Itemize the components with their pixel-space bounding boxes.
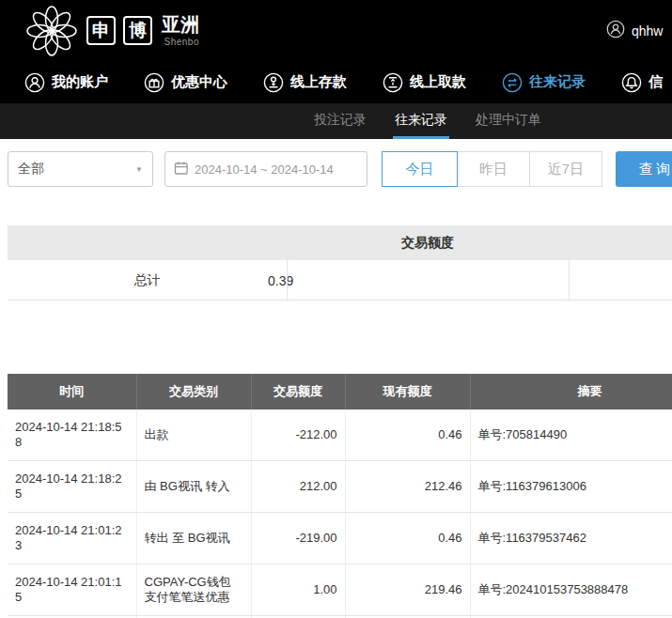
table-row: 2024-10-14 21:01:23 转出 至 BG视讯 -219.00 0.…: [8, 513, 672, 564]
user-avatar-icon: [606, 20, 625, 41]
tab-processing-orders[interactable]: 处理中订单: [474, 103, 543, 139]
cell-balance: 0.46: [345, 409, 470, 461]
username: qhhw: [632, 23, 663, 39]
cell-type: 出款: [136, 409, 251, 461]
nav-label: 往来记录: [529, 73, 586, 91]
date-range-value: 2024-10-14 ~ 2024-10-14: [195, 162, 334, 177]
page: 申 博 亚洲 Shenbo qhhw: [0, 0, 672, 618]
nav-label: 信: [649, 73, 663, 91]
cell-balance: 212.46: [345, 461, 470, 513]
cell-summary: 单号:705814490: [470, 409, 672, 461]
gift-icon: [144, 72, 164, 93]
cell-amount: -219.00: [251, 513, 345, 564]
nav-label: 线上取款: [410, 73, 466, 91]
top-header: 申 博 亚洲 Shenbo qhhw: [0, 0, 672, 61]
divider: [287, 260, 288, 301]
cell-amount: -212.00: [251, 409, 345, 461]
cell-summary: 单号:202410153753888478: [470, 564, 672, 616]
account-menu[interactable]: qhhw: [606, 0, 663, 61]
date-range-input[interactable]: 2024-10-14 ~ 2024-10-14: [164, 151, 367, 187]
tab-transaction-records[interactable]: 往来记录: [393, 103, 449, 139]
quick-date-buttons: 今日 昨日 近7日: [382, 151, 602, 187]
transfer-records-icon: [502, 72, 523, 93]
cell-time: 2024-10-14 21:01:15: [8, 564, 136, 616]
cell-amount: 212.00: [251, 461, 345, 513]
logo-region-text: 亚洲: [162, 14, 199, 35]
logo-subtitle: Shenbo: [162, 37, 199, 47]
calendar-icon: [174, 161, 188, 178]
logo-region-block: 亚洲 Shenbo: [162, 14, 199, 47]
nav-item-my-account[interactable]: 我的账户: [24, 72, 108, 93]
cell-time: 2024-10-14 21:01:23: [8, 513, 136, 564]
user-icon: [24, 72, 45, 93]
summary-total-value: 0.39: [268, 260, 293, 301]
summary-total-label: 总计: [8, 260, 287, 301]
cell-type: 转出 至 BG视讯: [136, 513, 251, 564]
nav-item-deposit[interactable]: 线上存款: [263, 72, 347, 93]
tab-label: 处理中订单: [476, 112, 541, 129]
table-row: 2024-10-14 21:18:25 由 BG视讯 转入 212.00 212…: [8, 461, 672, 513]
nav-label: 线上存款: [290, 73, 347, 91]
tab-label: 往来记录: [395, 112, 447, 129]
nav-item-transaction-records[interactable]: 往来记录: [502, 72, 586, 93]
yesterday-button[interactable]: 昨日: [457, 151, 530, 187]
cell-summary: 单号:116379613006: [470, 461, 672, 513]
logo-char-box-1: 申: [86, 16, 116, 45]
last7days-button[interactable]: 近7日: [529, 151, 602, 187]
table-row: 2024-10-14 21:18:58 出款 -212.00 0.46 单号:7…: [8, 409, 672, 461]
type-select-value: 全部: [18, 161, 44, 178]
cell-time: 2024-10-14 21:18:58: [8, 409, 136, 461]
table-row: 2024-10-14 21:01:15 CGPAY-CG钱包支付笔笔送优惠 1.…: [8, 564, 672, 616]
nav-item-withdraw[interactable]: 线上取款: [383, 72, 466, 93]
search-button[interactable]: 查询: [616, 151, 672, 187]
nav-item-promotions[interactable]: 优惠中心: [144, 72, 227, 93]
col-amount: 交易额度: [251, 374, 345, 409]
main-navigation: 我的账户 优惠中心 线上存款: [0, 61, 672, 103]
lotus-flower-icon: [24, 4, 79, 58]
col-balance: 现有额度: [345, 374, 470, 409]
chevron-down-icon: ▼: [135, 165, 143, 174]
type-select[interactable]: 全部 ▼: [8, 151, 153, 187]
cell-type: CGPAY-CG钱包支付笔笔送优惠: [136, 564, 251, 616]
transactions-table: 时间 交易类别 交易额度 现有额度 摘要 2024-10-14 21:18:58…: [8, 374, 672, 618]
today-button[interactable]: 今日: [382, 151, 458, 187]
divider: [569, 260, 570, 301]
col-summary: 摘要: [470, 374, 672, 409]
nav-label: 我的账户: [52, 73, 108, 91]
brand-logo[interactable]: 申 博 亚洲 Shenbo: [0, 4, 199, 58]
summary-header: 交易额度: [8, 225, 672, 260]
nav-label: 优惠中心: [171, 73, 227, 91]
cell-type: 由 BG视讯 转入: [136, 461, 251, 513]
cell-balance: 0.46: [345, 513, 470, 564]
bell-icon: [621, 72, 642, 93]
cell-amount: 1.00: [251, 564, 345, 616]
col-time: 时间: [8, 374, 136, 409]
tab-label: 投注记录: [314, 112, 367, 129]
table-header-row: 时间 交易类别 交易额度 现有额度 摘要: [8, 374, 672, 409]
logo-char-box-2: 博: [123, 16, 152, 45]
cell-time: 2024-10-14 21:18:25: [8, 461, 136, 513]
tab-betting-records[interactable]: 投注记录: [312, 103, 368, 139]
cell-balance: 219.46: [345, 564, 470, 616]
withdraw-icon: [383, 72, 403, 93]
summary-table: 交易额度 总计 0.39: [8, 225, 672, 301]
summary-header-label: 交易额度: [401, 235, 454, 252]
nav-item-messages[interactable]: 信: [621, 72, 663, 93]
deposit-icon: [263, 72, 284, 93]
summary-total-row: 总计 0.39: [8, 260, 672, 301]
cell-summary: 单号:116379537462: [470, 513, 672, 564]
filter-bar: 全部 ▼ 2024-10-14 ~ 2024-10-14 今日 昨日 近7日 查…: [0, 139, 672, 187]
record-tabs: 投注记录 往来记录 处理中订单: [0, 103, 672, 139]
col-type: 交易类别: [136, 374, 251, 409]
